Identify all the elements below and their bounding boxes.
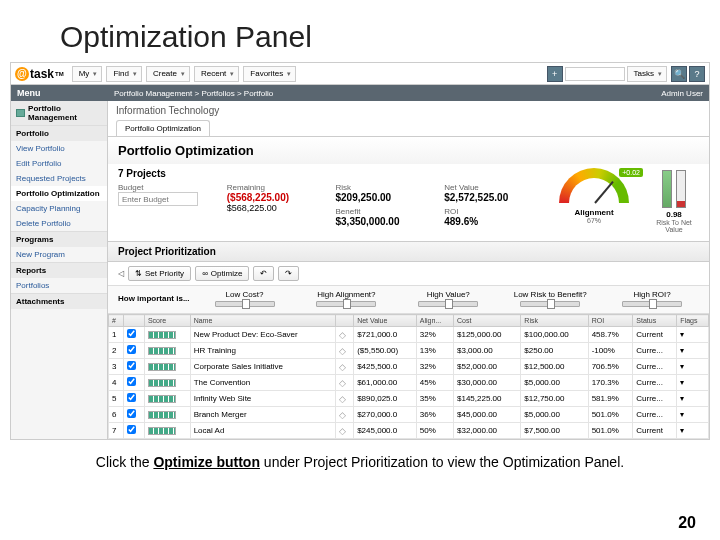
sidebar-head-reports[interactable]: Reports: [11, 263, 107, 278]
info-icon[interactable]: ◇: [339, 346, 346, 356]
cell-flags[interactable]: ▾: [677, 391, 709, 407]
cell-check[interactable]: [123, 407, 144, 423]
cell-flags[interactable]: ▾: [677, 375, 709, 391]
topnav-favorites[interactable]: Favorites▾: [243, 66, 296, 82]
slider-alignment[interactable]: High Alignment?: [299, 290, 393, 307]
sidebar-item-view[interactable]: View Portfolio: [11, 141, 107, 156]
col-header[interactable]: Name: [190, 315, 335, 327]
col-header[interactable]: #: [109, 315, 124, 327]
info-icon[interactable]: ◇: [339, 426, 346, 436]
sidebar-head-programs[interactable]: Programs: [11, 232, 107, 247]
topnav-create[interactable]: Create▾: [146, 66, 190, 82]
table-row[interactable]: 2HR Training◇($5,550.00)13%$3,000.00$250…: [109, 343, 709, 359]
optimize-button[interactable]: ∞Optimize: [195, 266, 249, 281]
cell-info[interactable]: ◇: [335, 327, 353, 343]
collapse-icon[interactable]: ◁: [118, 269, 124, 278]
table-row[interactable]: 4The Convention◇$61,000.0045%$30,000.00$…: [109, 375, 709, 391]
sidebar-item-new-program[interactable]: New Program: [11, 247, 107, 262]
col-header[interactable]: Net Value: [354, 315, 417, 327]
cell-name[interactable]: Branch Merger: [190, 407, 335, 423]
sidebar-head-attachments[interactable]: Attachments: [11, 294, 107, 309]
topnav-find[interactable]: Find▾: [106, 66, 142, 82]
cell-info[interactable]: ◇: [335, 359, 353, 375]
col-header[interactable]: [335, 315, 353, 327]
menu-label[interactable]: Menu: [11, 88, 108, 98]
cell-info[interactable]: ◇: [335, 343, 353, 359]
help-button[interactable]: ?: [689, 66, 705, 82]
sidebar-item-requested[interactable]: Requested Projects: [11, 171, 107, 186]
cell-status: Curre...: [633, 391, 677, 407]
tab-optimization[interactable]: Portfolio Optimization: [116, 120, 210, 136]
cell-name[interactable]: Corporate Sales Initiative: [190, 359, 335, 375]
col-header[interactable]: [123, 315, 144, 327]
cell-check[interactable]: [123, 423, 144, 439]
search-context[interactable]: Tasks▾: [627, 66, 667, 82]
cell-check[interactable]: [123, 327, 144, 343]
cell-roi: 501.0%: [588, 407, 633, 423]
cell-info[interactable]: ◇: [335, 375, 353, 391]
bars-label: Risk To Net Value: [649, 219, 699, 233]
topbar: @ task TM My▾ Find▾ Create▾ Recent▾ Favo…: [11, 63, 709, 85]
col-header[interactable]: ROI: [588, 315, 633, 327]
topnav-my[interactable]: My▾: [72, 66, 103, 82]
set-priority-button[interactable]: ⇅Set Priority: [128, 266, 191, 281]
sidebar-item-edit[interactable]: Edit Portfolio: [11, 156, 107, 171]
table-row[interactable]: 1New Product Dev: Eco-Saver◇$721,000.032…: [109, 327, 709, 343]
cell-name[interactable]: The Convention: [190, 375, 335, 391]
budget-input[interactable]: [118, 192, 198, 206]
cell-check[interactable]: [123, 375, 144, 391]
cell-name[interactable]: HR Training: [190, 343, 335, 359]
cell-flags[interactable]: ▾: [677, 407, 709, 423]
info-icon[interactable]: ◇: [339, 330, 346, 340]
cell-name[interactable]: New Product Dev: Eco-Saver: [190, 327, 335, 343]
cell-check[interactable]: [123, 391, 144, 407]
cell-check[interactable]: [123, 359, 144, 375]
info-icon[interactable]: ◇: [339, 362, 346, 372]
slider-value[interactable]: High Value?: [401, 290, 495, 307]
sidebar-item-delete[interactable]: Delete Portfolio: [11, 216, 107, 231]
cell-info[interactable]: ◇: [335, 423, 353, 439]
cell-flags[interactable]: ▾: [677, 359, 709, 375]
cell-flags[interactable]: ▾: [677, 423, 709, 439]
slider-risk[interactable]: Low Risk to Benefit?: [503, 290, 597, 307]
cell-check[interactable]: [123, 343, 144, 359]
sidebar-item-optimization[interactable]: Portfolio Optimization: [11, 186, 107, 201]
col-header[interactable]: Score: [144, 315, 190, 327]
importance-row: How important is... Low Cost? High Align…: [108, 286, 709, 314]
cell-info[interactable]: ◇: [335, 407, 353, 423]
table-row[interactable]: 7Local Ad◇$245,000.050%$32,000.00$7,500.…: [109, 423, 709, 439]
admin-user[interactable]: Admin User: [661, 89, 709, 98]
topnav-recent[interactable]: Recent▾: [194, 66, 239, 82]
cell-flags[interactable]: ▾: [677, 343, 709, 359]
info-icon[interactable]: ◇: [339, 394, 346, 404]
add-button[interactable]: +: [547, 66, 563, 82]
info-icon[interactable]: ◇: [339, 410, 346, 420]
search-button[interactable]: 🔍: [671, 66, 687, 82]
table-row[interactable]: 5Infinity Web Site◇$890,025.035%$145,225…: [109, 391, 709, 407]
sidebar-item-portfolios[interactable]: Portfolios: [11, 278, 107, 293]
table-row[interactable]: 6Branch Merger◇$270,000.036%$45,000.00$5…: [109, 407, 709, 423]
col-header[interactable]: Cost: [453, 315, 520, 327]
cell-flags[interactable]: ▾: [677, 327, 709, 343]
cell-risk: $12,750.00: [521, 391, 588, 407]
col-header[interactable]: Risk: [521, 315, 588, 327]
info-icon[interactable]: ◇: [339, 378, 346, 388]
col-header[interactable]: Flags: [677, 315, 709, 327]
undo-button[interactable]: ↶: [253, 266, 274, 281]
table-row[interactable]: 3Corporate Sales Initiative◇$425,500.032…: [109, 359, 709, 375]
search-input[interactable]: [565, 67, 625, 81]
col-header[interactable]: Align...: [416, 315, 453, 327]
chevron-down-icon: ▾: [181, 70, 185, 78]
redo-button[interactable]: ↷: [278, 266, 299, 281]
cell-name[interactable]: Local Ad: [190, 423, 335, 439]
sidebar-item-capacity[interactable]: Capacity Planning: [11, 201, 107, 216]
logo-text: task: [30, 67, 54, 81]
col-header[interactable]: Status: [633, 315, 677, 327]
slider-roi[interactable]: High ROI?: [605, 290, 699, 307]
cell-name[interactable]: Infinity Web Site: [190, 391, 335, 407]
sidebar-head-portfolio-mgmt[interactable]: Portfolio Management: [11, 101, 107, 125]
cell-num: 5: [109, 391, 124, 407]
sidebar-head-portfolio[interactable]: Portfolio: [11, 126, 107, 141]
cell-info[interactable]: ◇: [335, 391, 353, 407]
slider-low-cost[interactable]: Low Cost?: [198, 290, 292, 307]
